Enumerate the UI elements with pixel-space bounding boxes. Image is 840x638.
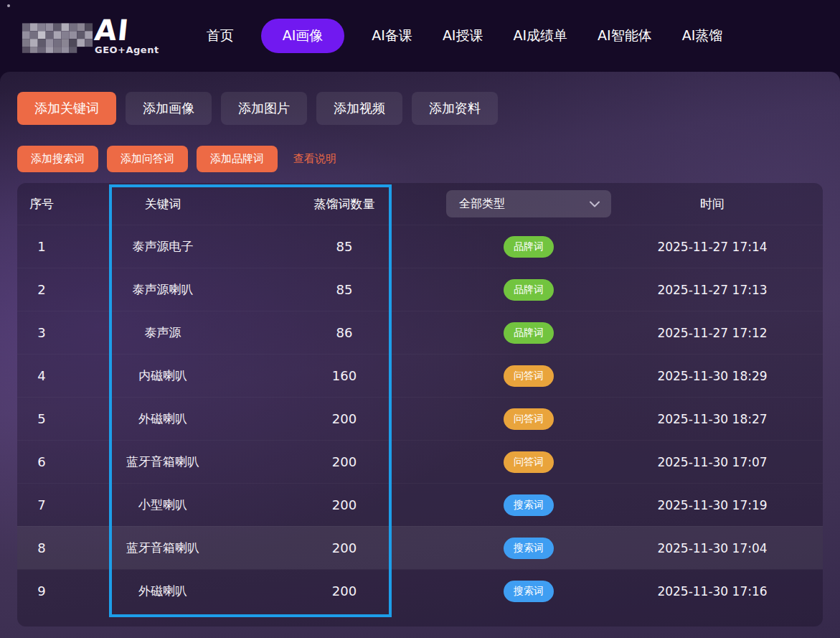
row-time: 2025-11-27 17:14 xyxy=(628,240,796,254)
row-index: 5 xyxy=(17,411,66,426)
row-index: 9 xyxy=(17,583,66,599)
row-count: 200 xyxy=(260,454,429,469)
row-keyword: 小型喇叭 xyxy=(66,497,260,513)
row-time: 2025-11-27 17:12 xyxy=(628,326,796,340)
toolbar-secondary: 添加搜索词 添加问答词 添加品牌词 查看说明 xyxy=(0,125,840,172)
nav-item-home[interactable]: 首页 xyxy=(204,19,237,53)
row-index: 1 xyxy=(17,239,66,254)
table-row[interactable]: 3 泰声源 86 品牌词 2025-11-27 17:12 xyxy=(17,311,823,354)
nav-item-ai-beike[interactable]: AI备课 xyxy=(369,19,415,53)
table-row[interactable]: 2 泰声源喇叭 85 品牌词 2025-11-27 17:13 xyxy=(17,268,823,311)
nav-menu: 首页 AI画像 AI备课 AI授课 AI成绩单 AI智能体 AI蒸馏 xyxy=(204,19,726,53)
row-index: 8 xyxy=(17,540,66,555)
row-count: 160 xyxy=(260,368,429,383)
row-index: 7 xyxy=(17,497,66,512)
app-logo[interactable]: AI GEO+Agent xyxy=(22,17,159,55)
table-row[interactable]: 4 内磁喇叭 160 问答词 2025-11-30 18:29 xyxy=(17,354,823,397)
row-time: 2025-11-30 17:04 xyxy=(628,541,796,555)
row-index: 2 xyxy=(17,282,66,297)
censored-logo-mosaic xyxy=(22,20,93,55)
keyword-table: 序号 关键词 蒸馏词数量 全部类型 时间 1 泰声源电子 85 品牌词 2025… xyxy=(17,183,823,627)
nav-item-ai-huaxiang[interactable]: AI画像 xyxy=(261,19,345,53)
logo-ai-text: AI xyxy=(93,18,160,42)
row-count: 85 xyxy=(260,282,429,297)
row-time: 2025-11-27 17:13 xyxy=(628,283,796,297)
toolbar-primary: 添加关键词 添加画像 添加图片 添加视频 添加资料 xyxy=(0,72,840,125)
add-image-button[interactable]: 添加图片 xyxy=(221,92,307,125)
type-badge: 搜索词 xyxy=(504,581,554,602)
row-count: 200 xyxy=(260,583,429,599)
row-time: 2025-11-30 17:16 xyxy=(628,584,796,599)
row-index: 3 xyxy=(17,325,66,340)
table-row[interactable]: 1 泰声源电子 85 品牌词 2025-11-27 17:14 xyxy=(17,225,823,268)
row-time: 2025-11-30 17:19 xyxy=(628,498,796,512)
add-material-button[interactable]: 添加资料 xyxy=(412,92,498,125)
add-portrait-button[interactable]: 添加画像 xyxy=(126,92,212,125)
top-nav-bar: AI GEO+Agent 首页 AI画像 AI备课 AI授课 AI成绩单 AI智… xyxy=(0,0,840,72)
row-keyword: 内磁喇叭 xyxy=(66,367,260,384)
row-count: 85 xyxy=(260,239,429,254)
add-qa-word-button[interactable]: 添加问答词 xyxy=(107,146,188,172)
row-keyword: 蓝牙音箱喇叭 xyxy=(66,540,260,556)
nav-item-ai-chengjidan[interactable]: AI成绩单 xyxy=(510,19,570,53)
nav-item-ai-shouke[interactable]: AI授课 xyxy=(440,19,486,53)
type-filter-select[interactable]: 全部类型 xyxy=(446,190,611,217)
type-badge: 问答词 xyxy=(504,408,554,430)
type-badge: 问答词 xyxy=(504,365,554,387)
add-search-word-button[interactable]: 添加搜索词 xyxy=(17,146,98,172)
row-keyword: 泰声源 xyxy=(66,324,260,341)
row-count: 200 xyxy=(260,411,429,426)
header-time: 时间 xyxy=(628,196,796,212)
add-brand-word-button[interactable]: 添加品牌词 xyxy=(197,146,278,172)
table-header-row: 序号 关键词 蒸馏词数量 全部类型 时间 xyxy=(17,183,823,225)
content-panel: 添加关键词 添加画像 添加图片 添加视频 添加资料 添加搜索词 添加问答词 添加… xyxy=(0,72,840,638)
type-badge: 品牌词 xyxy=(504,279,554,301)
row-keyword: 外磁喇叭 xyxy=(66,411,260,427)
row-keyword: 泰声源喇叭 xyxy=(66,281,260,298)
nav-item-ai-zhengliu[interactable]: AI蒸馏 xyxy=(679,19,726,53)
row-count: 200 xyxy=(260,497,429,512)
header-count: 蒸馏词数量 xyxy=(260,196,429,212)
header-index: 序号 xyxy=(17,196,66,212)
row-count: 86 xyxy=(260,325,429,340)
add-video-button[interactable]: 添加视频 xyxy=(316,92,402,125)
row-keyword: 蓝牙音箱喇叭 xyxy=(66,454,260,470)
type-badge: 品牌词 xyxy=(504,322,554,344)
table-row[interactable]: 8 蓝牙音箱喇叭 200 搜索词 2025-11-30 17:04 xyxy=(17,526,823,569)
table-row[interactable]: 6 蓝牙音箱喇叭 200 问答词 2025-11-30 17:07 xyxy=(17,440,823,483)
table-row[interactable]: 7 小型喇叭 200 搜索词 2025-11-30 17:19 xyxy=(17,483,823,526)
row-time: 2025-11-30 17:07 xyxy=(628,455,796,469)
type-badge: 搜索词 xyxy=(504,494,554,516)
type-badge: 问答词 xyxy=(504,451,554,473)
table-row[interactable]: 9 外磁喇叭 200 搜索词 2025-11-30 17:16 xyxy=(17,569,823,612)
row-time: 2025-11-30 18:27 xyxy=(628,412,796,426)
table-row[interactable]: 5 外磁喇叭 200 问答词 2025-11-30 18:27 xyxy=(17,397,823,440)
type-filter-value: 全部类型 xyxy=(459,197,505,212)
row-time: 2025-11-30 18:29 xyxy=(628,369,796,383)
add-keyword-button[interactable]: 添加关键词 xyxy=(17,92,116,125)
row-count: 200 xyxy=(260,540,429,555)
row-index: 4 xyxy=(17,368,66,383)
view-instructions-link[interactable]: 查看说明 xyxy=(293,152,336,166)
row-index: 6 xyxy=(17,454,66,469)
type-badge: 搜索词 xyxy=(504,538,554,559)
chevron-down-icon xyxy=(590,201,600,207)
row-keyword: 外磁喇叭 xyxy=(66,583,260,599)
nav-item-ai-zhinengti[interactable]: AI智能体 xyxy=(595,19,655,53)
stray-dot xyxy=(7,4,10,7)
header-keyword: 关键词 xyxy=(66,196,260,212)
row-keyword: 泰声源电子 xyxy=(66,238,260,255)
type-badge: 品牌词 xyxy=(504,236,554,258)
